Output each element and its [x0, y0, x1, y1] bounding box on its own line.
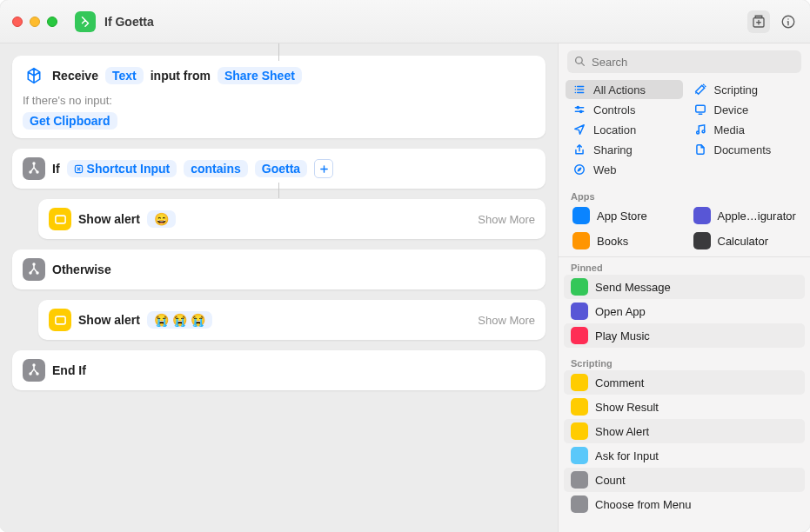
- noinput-label: If there's no input:: [23, 94, 535, 107]
- minimize-window-button[interactable]: [30, 17, 40, 27]
- category-scripting[interactable]: Scripting: [686, 80, 804, 99]
- svg-point-6: [30, 272, 31, 274]
- svg-rect-4: [55, 216, 64, 223]
- branch-icon: [23, 359, 45, 382]
- alert-label: Show alert: [78, 212, 140, 226]
- svg-point-5: [33, 263, 35, 265]
- alert-icon: [49, 208, 71, 230]
- search-input[interactable]: [567, 50, 801, 73]
- category-sharing[interactable]: Sharing: [566, 140, 683, 159]
- otherwise-label: Otherwise: [52, 263, 111, 276]
- action-open-app[interactable]: Open App: [564, 299, 805, 323]
- action-library-sidebar: All ActionsScriptingControlsDeviceLocati…: [558, 43, 810, 532]
- alert-emoji-token[interactable]: 😭 😭 😭: [147, 311, 212, 329]
- action-icon: [571, 303, 588, 320]
- action-icon: [571, 422, 588, 440]
- category-controls[interactable]: Controls: [566, 100, 683, 119]
- action-show-alert[interactable]: Show Alert: [564, 419, 805, 443]
- category-location[interactable]: Location: [566, 120, 683, 139]
- list-icon: [572, 83, 586, 96]
- action-icon: [572, 232, 590, 249]
- svg-point-20: [575, 165, 585, 175]
- branch-icon: [23, 157, 45, 180]
- alert-icon: [49, 309, 71, 331]
- scripting-header: Scripting: [559, 353, 810, 370]
- search-icon: [574, 56, 586, 67]
- endif-card[interactable]: End If: [12, 350, 546, 390]
- receive-type-token[interactable]: Text: [105, 67, 144, 84]
- category-device[interactable]: Device: [686, 100, 804, 119]
- action-apple-igurator[interactable]: Apple…igurator: [686, 203, 804, 228]
- action-icon: [571, 495, 588, 513]
- receive-mid: input from: [151, 69, 211, 83]
- if-condition-token[interactable]: contains: [184, 160, 248, 177]
- category-web[interactable]: Web: [566, 160, 683, 179]
- receive-icon: [23, 64, 45, 87]
- action-icon: [571, 471, 588, 489]
- alert-label: Show alert: [78, 313, 140, 327]
- show-more-button[interactable]: Show More: [478, 213, 535, 226]
- category-all-actions[interactable]: All Actions: [566, 80, 683, 99]
- receive-action-card[interactable]: Receive Text input from Share Sheet If t…: [12, 56, 546, 138]
- action-icon: [571, 278, 588, 296]
- action-icon: [572, 207, 590, 224]
- otherwise-card[interactable]: Otherwise: [12, 249, 546, 289]
- action-comment[interactable]: Comment: [564, 370, 805, 395]
- show-alert-card-1[interactable]: Show alert 😄 Show More: [38, 199, 546, 239]
- action-ask-for-input[interactable]: Ask for Input: [564, 443, 805, 468]
- action-books[interactable]: Books: [566, 229, 683, 253]
- svg-point-7: [37, 272, 38, 274]
- music-icon: [693, 123, 707, 136]
- show-alert-card-2[interactable]: Show alert 😭 😭 😭 Show More: [38, 300, 546, 340]
- svg-point-2: [37, 171, 38, 173]
- action-choose-from-menu[interactable]: Choose from Menu: [564, 492, 805, 516]
- action-calculator[interactable]: Calculator: [686, 229, 804, 253]
- receive-source-token[interactable]: Share Sheet: [218, 67, 302, 84]
- action-play-music[interactable]: Play Music: [564, 323, 805, 348]
- action-icon: [571, 398, 588, 416]
- apps-header: Apps: [559, 186, 810, 203]
- if-value-token[interactable]: Goetta: [255, 160, 307, 177]
- category-documents[interactable]: Documents: [686, 140, 804, 159]
- if-variable-token[interactable]: Shortcut Input: [67, 160, 177, 177]
- category-media[interactable]: Media: [686, 120, 804, 139]
- svg-point-16: [580, 110, 582, 112]
- shortcut-app-icon: [75, 11, 96, 32]
- action-icon: [571, 327, 588, 344]
- sliders-icon: [572, 103, 586, 116]
- svg-point-10: [30, 373, 31, 375]
- svg-point-15: [577, 107, 579, 109]
- svg-point-1: [30, 171, 31, 173]
- library-toggle-button[interactable]: [747, 10, 770, 33]
- action-icon: [693, 232, 711, 249]
- alert-emoji-token[interactable]: 😄: [147, 210, 176, 228]
- receive-label: Receive: [52, 69, 98, 83]
- safari-icon: [572, 163, 586, 176]
- svg-point-11: [37, 373, 38, 375]
- action-send-message[interactable]: Send Message: [564, 275, 805, 299]
- svg-rect-8: [55, 316, 64, 324]
- show-more-button[interactable]: Show More: [478, 314, 535, 327]
- add-condition-button[interactable]: [314, 159, 333, 178]
- action-app-store[interactable]: App Store: [566, 203, 683, 228]
- info-button[interactable]: [777, 10, 800, 33]
- window-title: If Goetta: [104, 15, 154, 29]
- action-count[interactable]: Count: [564, 468, 805, 492]
- location-icon: [572, 123, 586, 136]
- action-show-result[interactable]: Show Result: [564, 395, 805, 419]
- endif-label: End If: [52, 363, 86, 377]
- close-window-button[interactable]: [12, 17, 23, 27]
- action-icon: [571, 447, 588, 464]
- share-icon: [572, 143, 586, 156]
- svg-point-9: [33, 364, 35, 366]
- editor-canvas[interactable]: Receive Text input from Share Sheet If t…: [0, 43, 558, 532]
- svg-point-18: [696, 131, 699, 134]
- fallback-token[interactable]: Get Clipboard: [23, 112, 117, 130]
- display-icon: [693, 103, 707, 116]
- action-icon: [571, 374, 588, 391]
- doc-icon: [693, 143, 707, 156]
- branch-icon: [23, 258, 45, 281]
- if-label: If: [52, 162, 60, 176]
- zoom-window-button[interactable]: [47, 17, 57, 27]
- pinned-header: Pinned: [559, 257, 810, 275]
